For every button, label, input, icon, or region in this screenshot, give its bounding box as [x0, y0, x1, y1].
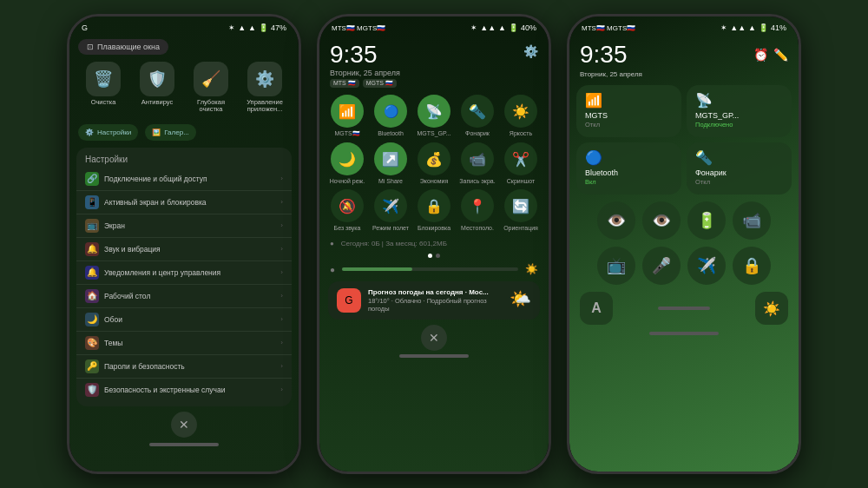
- cc-edit-icon[interactable]: ✏️: [773, 48, 788, 62]
- cc-bluetooth-status: Вкл: [585, 178, 673, 186]
- clean-label: Очистка: [91, 99, 116, 106]
- cc-tile-wifi[interactable]: 📡 MGTS_GP... Подключено: [687, 85, 792, 137]
- gallery-quick-btn[interactable]: 🖼️ Галер...: [145, 124, 196, 141]
- cc-icon-row-1: 👁️ 👁️ 🔋 📹: [569, 198, 799, 243]
- wallpaper-icon: 🌙: [85, 313, 99, 326]
- connection-icon: 🔗: [85, 172, 99, 186]
- lock-tile-label: Блокировка: [418, 225, 450, 231]
- app-item-antivirus[interactable]: 🛡️ Антивирус: [132, 62, 182, 114]
- qs-tile-screenrecord[interactable]: 📹 Запись экра.: [458, 142, 496, 184]
- signal-tile-label: MGTS🇷🇺: [334, 130, 359, 137]
- settings-item-security[interactable]: 🛡️ Безопасность и экстренные случаи ›: [76, 379, 292, 401]
- qs-tile-airplane[interactable]: ✈️ Режим полет: [372, 189, 410, 231]
- qs-tile-rotation[interactable]: 🔄 Ориентация: [502, 189, 540, 231]
- silent-tile-label: Без звука: [334, 225, 361, 231]
- phone2-home-indicator: [399, 354, 469, 358]
- google-icon: G: [82, 23, 88, 32]
- cc-tile-flashlight[interactable]: 🔦 Фонарик Откл: [687, 142, 792, 195]
- nightmode-tile-icon: 🌙: [331, 142, 364, 175]
- gallery-quick-label: Галер...: [164, 129, 189, 136]
- bluetooth-tile-label: Bluetooth: [378, 130, 404, 136]
- notif-icon: 🔔: [85, 266, 99, 280]
- settings-item-desktop[interactable]: 🏠 Рабочий стол ›: [76, 285, 292, 308]
- qs-tile-silent[interactable]: 🔕 Без звука: [328, 189, 366, 231]
- qs-tile-signal[interactable]: 📶 MGTS🇷🇺: [328, 95, 366, 137]
- wallpaper-arrow: ›: [280, 315, 283, 323]
- qs-tile-mishare[interactable]: ↗️ Mi Share: [372, 142, 410, 184]
- qs-tile-location[interactable]: 📍 Местополо.: [458, 189, 496, 231]
- screenrecord-tile-label: Запись экра.: [459, 178, 495, 184]
- cc-date: Вторник, 25 апреля: [580, 70, 642, 78]
- cc-clock-icon[interactable]: ⏰: [753, 48, 768, 62]
- settings-item-screen-lock[interactable]: 📱 Активный экран и блокировка ›: [76, 191, 292, 214]
- qs-tile-screenshot[interactable]: ✂️ Скриншот: [502, 142, 540, 184]
- qs-grid-row2: 🌙 Ночной реж. ↗️ Mi Share 💰 Экономия 📹 З…: [319, 142, 549, 189]
- connection-text: Подключение и общий доступ: [104, 175, 275, 183]
- screen-lock-text: Активный экран и блокировка: [104, 198, 275, 207]
- app-item-clean[interactable]: 🗑️ Очистка: [78, 62, 128, 114]
- qs-tile-nightmode[interactable]: 🌙 Ночной реж.: [328, 142, 366, 184]
- cc-btn-eye2[interactable]: 👁️: [642, 201, 681, 240]
- data-usage-text: Сегодня: 0Б | За месяц: 601,2МБ: [341, 240, 447, 247]
- settings-item-themes[interactable]: 🎨 Темы ›: [76, 332, 292, 355]
- floating-windows-badge[interactable]: ⊡ Плавающие окна: [78, 39, 168, 55]
- cc-accessibility-btn[interactable]: A: [580, 292, 613, 325]
- qs-tile-lock[interactable]: 🔒 Блокировка: [415, 189, 453, 231]
- qs-tile-wifi[interactable]: 📡 MGTS_GP...: [415, 95, 453, 137]
- qs-tile-economy[interactable]: 💰 Экономия: [415, 142, 453, 184]
- close-button[interactable]: ✕: [171, 412, 197, 438]
- weather-notification[interactable]: G Прогноз погоды на сегодня · Мос... 18°…: [328, 281, 540, 320]
- brightness-icon: ☀️: [763, 300, 780, 317]
- cc-brightness-btn[interactable]: ☀️: [755, 292, 788, 325]
- cc-row-2: 🔵 Bluetooth Вкл 🔦 Фонарик Откл: [576, 142, 792, 195]
- weather-icon: 🌤️: [510, 288, 531, 309]
- settings-item-connection[interactable]: 🔗 Подключение и общий доступ ›: [76, 168, 292, 191]
- cc-btn-eye1[interactable]: 👁️: [597, 201, 635, 240]
- brightness-track[interactable]: [342, 267, 518, 271]
- cc-btn-battery[interactable]: 🔋: [687, 201, 726, 240]
- qs-tile-bluetooth[interactable]: 🔵 Bluetooth: [372, 95, 410, 137]
- cc-btn-video[interactable]: 📹: [733, 201, 771, 240]
- cc-mgts-value: MGTS: [585, 111, 673, 120]
- cc-btn-airplane[interactable]: ✈️: [687, 247, 726, 285]
- flashlight-tile-icon: 🔦: [461, 95, 494, 128]
- notif-arrow: ›: [280, 268, 283, 276]
- mishare-tile-icon: ↗️: [374, 142, 407, 175]
- settings-item-sound[interactable]: 🔔 Звук и вибрация ›: [76, 238, 292, 261]
- qs-time: 9:35: [330, 41, 400, 69]
- settings-item-wallpaper[interactable]: 🌙 Обои ›: [76, 308, 292, 332]
- cc-btn-mic[interactable]: 🎤: [642, 247, 681, 285]
- qs-tile-brightness[interactable]: ☀️ Яркость: [502, 95, 540, 137]
- close-icon: ✕: [179, 418, 189, 432]
- wifi-icon: ▲: [248, 23, 256, 32]
- carrier2-badge: MGTS 🇷🇺: [363, 79, 397, 88]
- phone2-carriers: MTS🇷🇺 MGTS🇷🇺: [332, 24, 385, 32]
- qs-tile-flashlight[interactable]: 🔦 Фонарик: [458, 95, 496, 137]
- mishare-tile-label: Mi Share: [378, 178, 403, 184]
- cc-btn-lock[interactable]: 🔒: [733, 247, 771, 285]
- settings-quick-icon: ⚙️: [85, 129, 94, 136]
- cc-wifi-icon: 📡: [695, 92, 783, 109]
- cc-header: 9:35 Вторник, 25 апреля ⏰ ✏️: [569, 36, 799, 82]
- screenshot-tile-label: Скриншот: [507, 178, 535, 184]
- screen-lock-arrow: ›: [280, 198, 283, 206]
- cc-tile-bluetooth[interactable]: 🔵 Bluetooth Вкл: [576, 142, 681, 195]
- cc-header-icons: ⏰ ✏️: [753, 48, 788, 62]
- settings-item-display[interactable]: 📺 Экран ›: [76, 214, 292, 238]
- security-text: Безопасность и экстренные случаи: [104, 386, 275, 394]
- cc-btn-screen[interactable]: 📺: [597, 247, 635, 285]
- settings-quick-btn[interactable]: ⚙️ Настройки: [78, 124, 138, 141]
- nightmode-tile-label: Ночной реж.: [330, 178, 365, 184]
- settings-quick-label: Настройки: [97, 129, 131, 136]
- battery-percent: 47%: [271, 23, 286, 32]
- settings-item-passwords[interactable]: 🔑 Пароли и безопасность ›: [76, 355, 292, 379]
- qs-settings-icon[interactable]: ⚙️: [523, 44, 538, 58]
- cc-tile-mgts-signal[interactable]: 📶 MGTS Откл: [576, 85, 681, 137]
- app-item-appmanage[interactable]: ⚙️ Управление приложен...: [240, 62, 290, 114]
- phone3-signal: ▲▲: [730, 23, 746, 32]
- airplane-tile-icon: ✈️: [374, 189, 407, 222]
- phone2-close-button[interactable]: ✕: [421, 325, 447, 351]
- settings-item-notif[interactable]: 🔔 Уведомления и центр управления ›: [76, 261, 292, 285]
- cc-row-1: 📶 MGTS Откл 📡 MGTS_GP... Подключено: [576, 85, 792, 137]
- app-item-deepclean[interactable]: 🧹 Глубокая очистка: [186, 62, 236, 114]
